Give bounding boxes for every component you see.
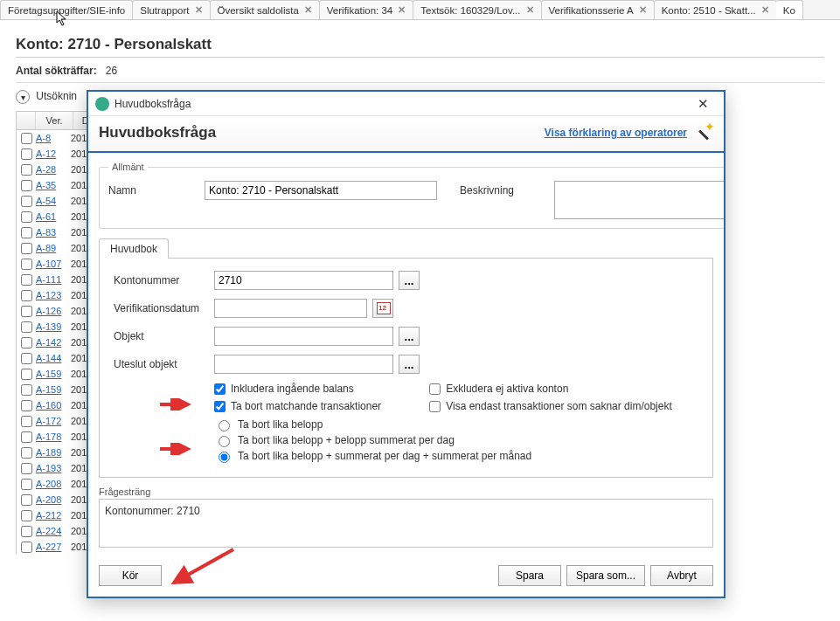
ver-link[interactable]: A-89: [36, 243, 71, 253]
ver-link[interactable]: A-193: [36, 463, 71, 473]
close-icon[interactable]: ✕: [689, 94, 717, 114]
ver-link[interactable]: A-123: [36, 290, 71, 300]
ver-link[interactable]: A-227: [36, 542, 71, 552]
row-checkbox[interactable]: [21, 542, 32, 553]
row-checkbox[interactable]: [21, 369, 32, 380]
ver-link[interactable]: A-126: [36, 306, 71, 316]
ver-link[interactable]: A-83: [36, 227, 71, 238]
close-icon[interactable]: ✕: [398, 4, 406, 16]
kontonr-browse-button[interactable]: ...: [399, 271, 420, 290]
radio-lika-belopp-manad[interactable]: [219, 452, 230, 463]
row-checkbox[interactable]: [21, 479, 32, 490]
operators-help-link[interactable]: Visa förklaring av operatorer: [545, 127, 687, 139]
ver-link[interactable]: A-111: [36, 274, 71, 285]
row-checkbox[interactable]: [21, 259, 32, 270]
tab-huvudbok[interactable]: Huvudbok: [99, 238, 169, 259]
row-checkbox[interactable]: [21, 337, 32, 348]
ver-link[interactable]: A-61: [36, 211, 71, 222]
row-checkbox[interactable]: [21, 306, 32, 317]
radio-lika-belopp[interactable]: [219, 420, 230, 431]
tab-verifikationsserie[interactable]: Verifikationsserie A✕: [541, 0, 655, 19]
row-checkbox[interactable]: [21, 321, 32, 333]
row-checkbox[interactable]: [21, 353, 32, 364]
row-checkbox[interactable]: [21, 431, 32, 443]
tab-konto2510[interactable]: Konto: 2510 - Skatt...✕: [654, 0, 777, 19]
ver-link[interactable]: A-28: [36, 164, 71, 175]
chevron-down-icon[interactable]: ▾: [16, 90, 30, 104]
ver-link[interactable]: A-139: [36, 321, 71, 332]
tab-slutrapport[interactable]: Slutrapport✕: [132, 0, 210, 19]
row-checkbox[interactable]: [21, 526, 32, 537]
row-checkbox[interactable]: [21, 447, 32, 459]
verdate-label: Verifikationsdatum: [114, 302, 214, 314]
ver-link[interactable]: A-54: [36, 196, 71, 206]
row-checkbox[interactable]: [21, 463, 32, 474]
row-checkbox[interactable]: [21, 494, 32, 506]
kor-button[interactable]: Kör: [99, 565, 162, 586]
tab-label: Slutrapport: [140, 5, 189, 16]
tab-foretag[interactable]: Företagsuppgifter/SIE-info: [0, 0, 133, 19]
tab-textsok[interactable]: Textsök: 160329/Lov...✕: [413, 0, 541, 19]
avbryt-button[interactable]: Avbryt: [650, 565, 713, 586]
row-checkbox[interactable]: [21, 274, 32, 286]
close-icon[interactable]: ✕: [526, 4, 534, 16]
page-title: Konto: 2710 - Personalskatt: [16, 27, 824, 58]
row-checkbox[interactable]: [21, 211, 32, 223]
ver-link[interactable]: A-159: [36, 384, 71, 395]
row-checkbox[interactable]: [21, 290, 32, 301]
kontonr-field[interactable]: [214, 271, 393, 290]
ver-link[interactable]: A-35: [36, 180, 71, 190]
row-checkbox[interactable]: [21, 510, 32, 521]
ver-link[interactable]: A-160: [36, 400, 71, 411]
calendar-icon[interactable]: [372, 299, 393, 318]
chk-exkludera[interactable]: [429, 383, 441, 395]
close-icon[interactable]: ✕: [195, 4, 203, 16]
objekt-browse-button[interactable]: ...: [399, 327, 420, 346]
close-icon[interactable]: ✕: [304, 4, 312, 16]
ver-link[interactable]: A-208: [36, 494, 71, 505]
tab-konto-active[interactable]: Ko: [776, 0, 803, 19]
row-checkbox[interactable]: [21, 164, 32, 176]
close-icon[interactable]: ✕: [639, 4, 647, 16]
tab-label: Ko: [783, 5, 795, 16]
uteslut-field[interactable]: [214, 355, 393, 374]
verdate-field[interactable]: [214, 299, 367, 318]
spara-button[interactable]: Spara: [498, 565, 561, 586]
radio-lika-belopp-dag[interactable]: [219, 436, 230, 447]
row-checkbox[interactable]: [21, 227, 32, 238]
uteslut-browse-button[interactable]: ...: [399, 355, 420, 374]
sparasom-button[interactable]: Spara som...: [566, 565, 645, 586]
row-checkbox[interactable]: [21, 384, 32, 396]
ver-link[interactable]: A-189: [36, 447, 71, 458]
row-checkbox[interactable]: [21, 180, 32, 191]
name-field[interactable]: [205, 181, 437, 200]
ver-link[interactable]: A-144: [36, 353, 71, 363]
ver-link[interactable]: A-172: [36, 416, 71, 426]
close-icon[interactable]: ✕: [761, 4, 769, 16]
ver-link[interactable]: A-212: [36, 510, 71, 521]
ver-link[interactable]: A-224: [36, 526, 71, 536]
ver-link[interactable]: A-107: [36, 259, 71, 269]
ver-link[interactable]: A-12: [36, 148, 71, 159]
chk-tabort[interactable]: [214, 401, 226, 412]
ver-link[interactable]: A-159: [36, 369, 71, 379]
tab-verifikation34[interactable]: Verifikation: 34✕: [319, 0, 413, 19]
col-ver[interactable]: Ver.: [36, 112, 73, 129]
magic-wand-icon[interactable]: [694, 123, 713, 142]
row-checkbox[interactable]: [21, 148, 32, 160]
ver-link[interactable]: A-178: [36, 431, 71, 442]
row-checkbox[interactable]: [21, 416, 32, 427]
ver-link[interactable]: A-8: [36, 133, 71, 143]
dialog-titlebar[interactable]: Huvudboksfråga ✕: [88, 92, 724, 116]
ver-link[interactable]: A-142: [36, 337, 71, 348]
chk-visa[interactable]: [429, 401, 441, 412]
row-checkbox[interactable]: [21, 133, 32, 144]
tab-oversikt[interactable]: Översikt saldolista✕: [210, 0, 320, 19]
ver-link[interactable]: A-208: [36, 479, 71, 489]
row-checkbox[interactable]: [21, 400, 32, 411]
desc-field[interactable]: [554, 181, 724, 219]
chk-inkludera[interactable]: [214, 383, 226, 395]
row-checkbox[interactable]: [21, 243, 32, 254]
row-checkbox[interactable]: [21, 196, 32, 207]
objekt-field[interactable]: [214, 327, 393, 346]
